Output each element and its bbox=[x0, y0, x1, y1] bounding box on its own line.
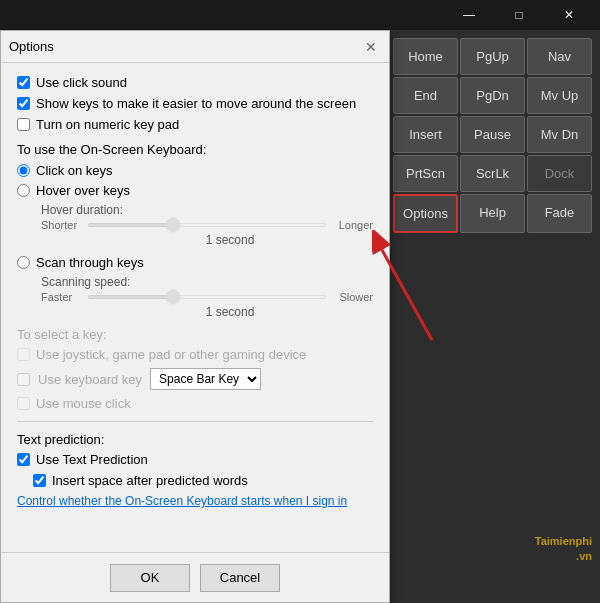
osk-panel: Home PgUp Nav End PgDn Mv Up Insert Paus… bbox=[385, 30, 600, 603]
hover-duration-value: 1 second bbox=[87, 233, 373, 247]
mouse-click-row: Use mouse click bbox=[17, 396, 373, 411]
osk-key-end[interactable]: End bbox=[393, 77, 458, 114]
to-select-label: To select a key: bbox=[17, 327, 373, 342]
hover-keys-radio[interactable] bbox=[17, 184, 30, 197]
ok-button[interactable]: OK bbox=[110, 564, 190, 592]
mouse-click-checkbox[interactable] bbox=[17, 397, 30, 410]
scan-speed-value: 1 second bbox=[87, 305, 373, 319]
on-screen-section-label: To use the On-Screen Keyboard: bbox=[17, 142, 373, 157]
scan-keys-label: Scan through keys bbox=[36, 255, 144, 270]
joystick-checkbox[interactable] bbox=[17, 348, 30, 361]
use-text-prediction-label: Use Text Prediction bbox=[36, 452, 148, 467]
osk-key-mvup[interactable]: Mv Up bbox=[527, 77, 592, 114]
osk-key-insert[interactable]: Insert bbox=[393, 116, 458, 153]
osk-key-grid: Home PgUp Nav End PgDn Mv Up Insert Paus… bbox=[385, 30, 600, 241]
osk-key-dock[interactable]: Dock bbox=[527, 155, 592, 192]
dialog-footer: OK Cancel bbox=[1, 552, 389, 602]
insert-space-row: Insert space after predicted words bbox=[17, 473, 373, 488]
use-text-prediction-row: Use Text Prediction bbox=[17, 452, 373, 467]
dialog-title: Options bbox=[9, 39, 54, 54]
keyboard-key-label: Use keyboard key bbox=[38, 372, 142, 387]
faster-label: Faster bbox=[41, 291, 81, 303]
osk-key-pgdn[interactable]: PgDn bbox=[460, 77, 525, 114]
click-on-keys-row: Click on keys bbox=[17, 163, 373, 178]
signin-link[interactable]: Control whether the On-Screen Keyboard s… bbox=[17, 494, 373, 508]
show-keys-label: Show keys to make it easier to move arou… bbox=[36, 96, 356, 111]
watermark: Taimienphi .vn bbox=[535, 534, 592, 563]
osk-key-scrlk[interactable]: ScrLk bbox=[460, 155, 525, 192]
use-text-prediction-checkbox[interactable] bbox=[17, 453, 30, 466]
osk-key-pause[interactable]: Pause bbox=[460, 116, 525, 153]
minimize-button[interactable]: — bbox=[446, 0, 492, 30]
separator bbox=[17, 421, 373, 422]
hover-duration-label: Hover duration: bbox=[41, 203, 373, 217]
scan-keys-radio[interactable] bbox=[17, 256, 30, 269]
mouse-click-label: Use mouse click bbox=[36, 396, 131, 411]
scan-speed-section: Scanning speed: Faster Slower 1 second bbox=[41, 275, 373, 319]
show-keys-checkbox[interactable] bbox=[17, 97, 30, 110]
osk-key-prtscn[interactable]: PrtScn bbox=[393, 155, 458, 192]
osk-key-pgup[interactable]: PgUp bbox=[460, 38, 525, 75]
scan-keys-row: Scan through keys bbox=[17, 255, 373, 270]
dialog-close-button[interactable]: ✕ bbox=[361, 37, 381, 57]
dialog-titlebar: Options ✕ bbox=[1, 31, 389, 63]
click-on-keys-label: Click on keys bbox=[36, 163, 113, 178]
hover-keys-label: Hover over keys bbox=[36, 183, 130, 198]
numeric-pad-label: Turn on numeric key pad bbox=[36, 117, 179, 132]
slower-label: Slower bbox=[333, 291, 373, 303]
hover-duration-section: Hover duration: Shorter Longer 1 second bbox=[41, 203, 373, 247]
key-select-dropdown[interactable]: Space Bar Key bbox=[150, 368, 261, 390]
numeric-pad-row: Turn on numeric key pad bbox=[17, 117, 373, 132]
insert-space-label: Insert space after predicted words bbox=[52, 473, 248, 488]
options-dialog: Options ✕ Use click sound Show keys to m… bbox=[0, 30, 390, 603]
osk-key-options[interactable]: Options bbox=[393, 194, 458, 233]
maximize-button[interactable]: □ bbox=[496, 0, 542, 30]
hover-slider-row: Shorter Longer bbox=[41, 219, 373, 231]
show-keys-row: Show keys to make it easier to move arou… bbox=[17, 96, 373, 111]
scan-slider-row: Faster Slower bbox=[41, 291, 373, 303]
scan-speed-label: Scanning speed: bbox=[41, 275, 373, 289]
text-prediction-label: Text prediction: bbox=[17, 432, 373, 447]
numeric-pad-checkbox[interactable] bbox=[17, 118, 30, 131]
osk-key-help[interactable]: Help bbox=[460, 194, 525, 233]
scan-speed-slider[interactable] bbox=[87, 295, 327, 299]
longer-label: Longer bbox=[333, 219, 373, 231]
taskbar: — □ ✕ bbox=[0, 0, 600, 30]
use-click-sound-row: Use click sound bbox=[17, 75, 373, 90]
use-click-sound-label: Use click sound bbox=[36, 75, 127, 90]
use-click-sound-checkbox[interactable] bbox=[17, 76, 30, 89]
insert-space-checkbox[interactable] bbox=[33, 474, 46, 487]
joystick-row: Use joystick, game pad or other gaming d… bbox=[17, 347, 373, 362]
dialog-content: Use click sound Show keys to make it eas… bbox=[1, 63, 389, 602]
keyboard-key-row: Use keyboard key Space Bar Key bbox=[17, 368, 373, 390]
osk-key-nav[interactable]: Nav bbox=[527, 38, 592, 75]
window-close-button[interactable]: ✕ bbox=[546, 0, 592, 30]
joystick-label: Use joystick, game pad or other gaming d… bbox=[36, 347, 306, 362]
osk-key-mvdn[interactable]: Mv Dn bbox=[527, 116, 592, 153]
hover-duration-slider[interactable] bbox=[87, 223, 327, 227]
hover-keys-row: Hover over keys bbox=[17, 183, 373, 198]
click-on-keys-radio[interactable] bbox=[17, 164, 30, 177]
osk-key-home[interactable]: Home bbox=[393, 38, 458, 75]
shorter-label: Shorter bbox=[41, 219, 81, 231]
keyboard-key-checkbox[interactable] bbox=[17, 373, 30, 386]
cancel-button[interactable]: Cancel bbox=[200, 564, 280, 592]
osk-key-fade[interactable]: Fade bbox=[527, 194, 592, 233]
